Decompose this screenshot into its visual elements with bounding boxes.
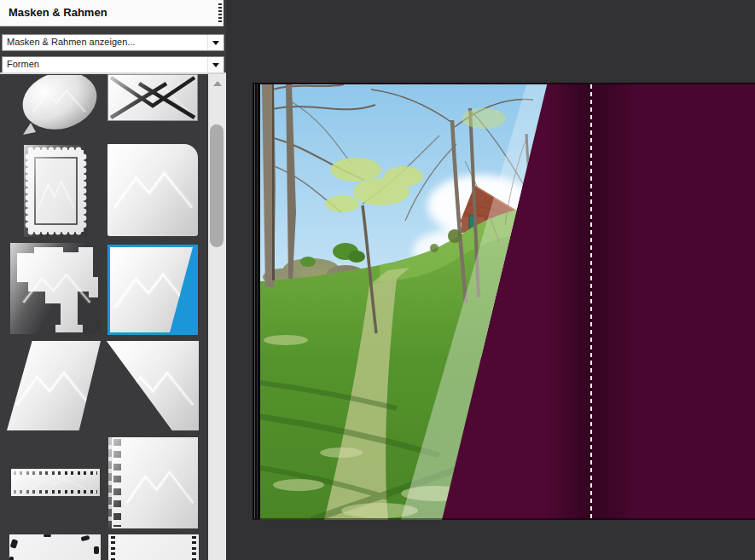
envelope-icon: [108, 75, 197, 120]
panel-scrollbar[interactable]: [208, 74, 226, 560]
film-perforations-icon: [113, 439, 121, 527]
editor-canvas[interactable]: [226, 0, 755, 560]
thumbnail-rounded-square-mask[interactable]: [107, 144, 198, 236]
thumbnail-filmstrip-horizontal-mask[interactable]: [11, 469, 100, 496]
grunge-speck: [9, 557, 14, 560]
gloss-overlay: [108, 437, 198, 528]
mountain-watermark-icon: [14, 360, 92, 411]
thumbnail-film-edge-mask[interactable]: [108, 437, 198, 528]
film-edge-marks-icon: [111, 536, 115, 560]
chevron-down-icon[interactable]: [207, 57, 224, 72]
panel-title: Masken & Rahmen: [9, 6, 107, 19]
diagonal-cut-icon: [110, 247, 195, 332]
spine-shadow: [546, 83, 590, 520]
mountain-watermark-icon: [117, 360, 195, 411]
film-perforations-icon: [14, 490, 97, 494]
thumbnail-parallelogram-mask[interactable]: [7, 341, 101, 430]
gloss-overlay: [7, 341, 101, 430]
mask-category-select[interactable]: Masken & Rahmen anzeigen...: [2, 34, 224, 51]
thumbnail-blocks-mask[interactable]: [10, 243, 101, 334]
thumbnail-postage-stamp-mask[interactable]: [24, 145, 88, 237]
mountain-watermark-icon: [112, 261, 192, 314]
mountain-watermark-icon: [26, 476, 86, 490]
thumbnail-film-frame-mask[interactable]: [108, 534, 199, 560]
page-left-edge: [253, 84, 260, 518]
gloss-overlay: [110, 247, 195, 332]
grunge-speck: [10, 539, 19, 549]
panel-drag-handle-icon[interactable]: [218, 3, 222, 22]
scrollbar-thumb[interactable]: [210, 124, 224, 247]
masks-frames-panel: Masken & Rahmen Masken & Rahmen anzeigen…: [0, 0, 226, 560]
grunge-speck: [94, 546, 99, 554]
shape-type-select[interactable]: Formen: [2, 56, 224, 73]
shape-type-value: Formen: [7, 57, 39, 72]
slant-triangle-icon: [107, 341, 199, 430]
right-page[interactable]: [590, 83, 755, 520]
film-perforations-icon: [14, 471, 97, 475]
grunge-speck: [81, 535, 90, 541]
thumbnail-diagonal-cut-mask-selected[interactable]: [107, 245, 198, 335]
chevron-down-icon[interactable]: [207, 35, 224, 50]
blocks-icon: [10, 243, 101, 334]
mask-thumbnail-grid: [0, 74, 208, 560]
thumbnail-slant-triangle-mask[interactable]: [107, 341, 199, 430]
thumbnail-envelope-mask[interactable]: [107, 74, 198, 121]
postage-stamp-icon: [24, 145, 88, 237]
film-edge-marks-icon: [192, 536, 196, 560]
rounded-square-icon: [107, 144, 198, 236]
page-top-edge: [253, 83, 755, 84]
thumbnail-balloon-mask[interactable]: [19, 75, 97, 140]
grunge-speck: [44, 534, 51, 537]
balloon-icon: [19, 75, 97, 140]
thumbnail-grunge-frame-mask[interactable]: [9, 534, 101, 560]
scroll-up-icon[interactable]: [213, 81, 222, 86]
mountain-watermark-icon: [124, 459, 195, 509]
parallelogram-icon: [7, 341, 101, 430]
page-bottom-edge: [253, 518, 755, 520]
mask-category-value: Masken & Rahmen anzeigen...: [7, 35, 135, 49]
gloss-overlay: [107, 341, 199, 430]
panel-titlebar: Masken & Rahmen: [0, 0, 224, 26]
grunge-edge-icon: [108, 437, 112, 528]
fold-dashed-line: [590, 84, 592, 518]
